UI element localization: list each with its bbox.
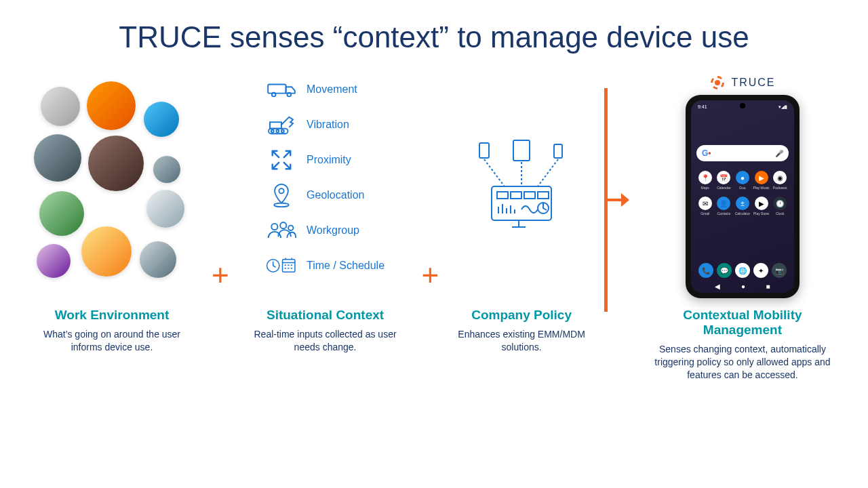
slide-title: TRUCE senses “context” to manage device … (27, 20, 841, 54)
cmm-visual: TRUCE 9:41 ▾◢▮ G• 🎤 📍 (686, 75, 800, 298)
truce-logo: TRUCE (709, 75, 775, 91)
people-group-icon (266, 218, 297, 243)
ctx-label: Vibration (307, 119, 349, 131)
truce-logo-text: TRUCE (731, 77, 775, 89)
situational-desc: Real-time inputs collected as user needs… (244, 328, 407, 354)
svg-point-1 (272, 93, 276, 97)
policy-heading: Company Policy (471, 308, 572, 323)
work-env-image-cluster (34, 75, 190, 298)
smartphone-mockup: 9:41 ▾◢▮ G• 🎤 📍Maps 📅Calendar ●Duo ▶Play… (686, 95, 800, 298)
mic-icon: 🎤 (775, 150, 783, 157)
arrow-right-icon (606, 192, 629, 208)
dashboard-devices-icon (467, 139, 576, 234)
svg-point-2 (288, 93, 292, 97)
svg-rect-22 (538, 192, 549, 199)
app-gmail: ✉Gmail (696, 197, 714, 216)
ctx-item-geolocation: Geolocation (266, 183, 364, 207)
ctx-label: Movement (307, 83, 357, 96)
cmm-heading: Contextual Mobility Management (644, 308, 841, 338)
svg-rect-16 (513, 140, 530, 161)
situational-heading: Situational Context (267, 308, 384, 323)
context-list: Movement Vibration Proximity (266, 77, 384, 278)
worker-photo-bubble (81, 226, 132, 277)
col-cmm: TRUCE 9:41 ▾◢▮ G• 🎤 📍 (644, 75, 841, 382)
app-calculator: ±Calculator (734, 197, 751, 216)
phone-screen: 9:41 ▾◢▮ G• 🎤 📍Maps 📅Calendar ●Duo ▶Play… (691, 100, 794, 293)
ctx-item-vibration: Vibration (266, 113, 349, 137)
content-row: Work Environment What’s going on around … (27, 75, 841, 382)
ctx-label: Geolocation (307, 189, 364, 201)
dock-chrome-icon: 🌐 (735, 263, 750, 278)
phone-time: 9:41 (698, 104, 707, 110)
work-env-heading: Work Environment (55, 308, 170, 323)
worker-photo-bubble (34, 134, 81, 182)
ctx-item-proximity: Proximity (266, 148, 351, 172)
arrows-expand-icon (266, 148, 297, 172)
svg-point-12 (288, 226, 293, 230)
photo-bubble-collage (34, 81, 190, 291)
svg-point-11 (280, 222, 286, 228)
result-divider (604, 88, 629, 312)
dock-phone-icon: 📞 (698, 263, 713, 278)
svg-rect-15 (479, 143, 489, 158)
worker-photo-bubble (39, 191, 84, 236)
app-maps: 📍Maps (696, 171, 714, 190)
google-logo-icon: G• (702, 148, 711, 158)
svg-rect-0 (268, 84, 285, 93)
ctx-item-movement: Movement (266, 77, 357, 102)
status-icons: ▾◢▮ (778, 104, 787, 110)
worker-photo-bubble (37, 244, 71, 278)
app-duo: ●Duo (734, 171, 751, 190)
svg-rect-17 (554, 144, 562, 158)
dock-camera-icon: 📷 (772, 263, 787, 278)
context-list-wrap: Movement Vibration Proximity (266, 75, 384, 298)
app-grid-row2: ✉Gmail 👤Contacts ±Calculator ▶Play Store… (691, 197, 794, 216)
app-play-store: ▶Play Store (753, 197, 770, 216)
slide: TRUCE senses “context” to manage device … (0, 0, 868, 488)
svg-point-5 (271, 130, 274, 133)
app-grid-row1: 📍Maps 📅Calendar ●Duo ▶Play Music ◉Podcas… (691, 171, 794, 190)
svg-point-10 (271, 224, 277, 230)
worker-photo-bubble (87, 81, 136, 130)
phone-nav-bar: ◀ ● ■ (691, 283, 794, 290)
ctx-label: Proximity (307, 154, 351, 166)
worker-photo-bubble (140, 241, 176, 278)
worker-photo-bubble (41, 87, 80, 126)
worker-photo-bubble (88, 136, 144, 191)
svg-point-24 (715, 80, 720, 85)
map-pin-icon (266, 183, 297, 207)
plus-icon: + (212, 258, 229, 292)
dock-photos-icon: ✦ (753, 263, 768, 278)
work-env-desc: What’s going on around the user informs … (27, 328, 197, 354)
ctx-label: Workgroup (307, 224, 359, 237)
worker-photo-bubble (153, 156, 180, 183)
phone-dock: 📞 💬 🌐 ✦ 📷 (696, 263, 789, 278)
clock-calendar-icon (266, 253, 297, 278)
svg-rect-19 (497, 192, 508, 199)
excavator-icon (266, 113, 297, 137)
nav-recent-icon: ■ (766, 283, 770, 290)
dock-messages-icon: 💬 (717, 263, 732, 278)
col-work-environment: Work Environment What’s going on around … (27, 75, 197, 354)
ctx-item-workgroup: Workgroup (266, 218, 359, 243)
cmm-desc: Senses changing context, automatically t… (654, 343, 831, 382)
svg-point-7 (281, 130, 284, 133)
policy-desc: Enhances existing EMM/MDM solutions. (454, 328, 589, 354)
app-podcasts: ◉Podcasts (771, 171, 789, 190)
col-situational-context: Movement Vibration Proximity (244, 75, 407, 354)
ctx-label: Time / Schedule (307, 260, 384, 272)
svg-rect-3 (270, 122, 281, 128)
svg-point-8 (279, 188, 283, 193)
nav-home-icon: ● (741, 283, 745, 290)
app-play-music: ▶Play Music (753, 171, 770, 190)
svg-rect-20 (511, 192, 521, 199)
worker-photo-bubble (146, 190, 184, 228)
van-icon (266, 77, 297, 102)
ctx-item-time-schedule: Time / Schedule (266, 253, 384, 278)
svg-rect-21 (524, 192, 535, 199)
plus-icon: + (421, 258, 439, 292)
policy-diagram (467, 75, 576, 298)
app-contacts: 👤Contacts (715, 197, 733, 216)
svg-point-6 (276, 130, 279, 133)
col-company-policy: Company Policy Enhances existing EMM/MDM… (454, 75, 589, 354)
